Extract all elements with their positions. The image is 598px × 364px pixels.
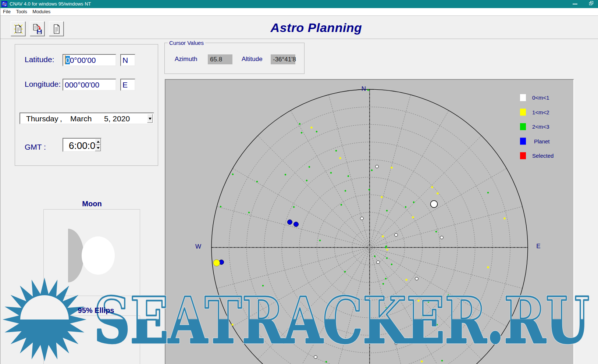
bright-body[interactable] <box>431 201 438 208</box>
new-document-icon <box>14 24 23 34</box>
latitude-input[interactable]: 00°00'00 <box>63 54 116 66</box>
star-faint[interactable] <box>371 169 373 171</box>
menu-file[interactable]: File <box>3 8 11 15</box>
star-medium[interactable] <box>436 192 439 195</box>
star-medium[interactable] <box>381 235 384 238</box>
latitude-hemisphere-input[interactable]: N <box>120 54 135 66</box>
star-faint[interactable] <box>316 131 317 132</box>
minimize-button[interactable] <box>569 0 581 8</box>
menu-tools[interactable]: Tools <box>16 8 27 15</box>
longitude-hemisphere-input[interactable]: E <box>120 79 135 91</box>
star-faint[interactable] <box>299 123 300 125</box>
star-faint[interactable] <box>308 166 310 168</box>
star-faint[interactable] <box>386 257 388 259</box>
date-dropdown-button[interactable] <box>147 114 153 123</box>
star-faint[interactable] <box>441 360 443 361</box>
gmt-spinner[interactable]: 6:00:0 <box>63 138 102 152</box>
star-medium[interactable] <box>420 360 423 363</box>
lower-info-box <box>43 315 140 364</box>
compass-north-label: N <box>362 85 366 92</box>
bright-planet-dot[interactable] <box>213 260 220 266</box>
azimuth-spoke <box>370 95 410 247</box>
star-faint[interactable] <box>276 336 278 338</box>
star-faint[interactable] <box>306 179 307 181</box>
star-faint[interactable] <box>340 204 342 206</box>
star-faint[interactable] <box>325 361 327 363</box>
star-faint[interactable] <box>385 278 387 279</box>
star-medium[interactable] <box>405 278 408 281</box>
page-title: Astro Planning <box>243 21 390 35</box>
star-faint[interactable] <box>293 206 295 208</box>
gmt-spin-down-button[interactable] <box>95 145 101 151</box>
star-faint[interactable] <box>335 150 337 151</box>
star-faint[interactable] <box>347 175 349 177</box>
star-faint[interactable] <box>284 174 286 175</box>
star-faint[interactable] <box>385 307 387 308</box>
planet-dot[interactable] <box>288 220 292 225</box>
star-faint[interactable] <box>262 285 264 286</box>
chevron-down-icon <box>149 118 152 120</box>
star-faint[interactable] <box>368 189 370 190</box>
star-faint[interactable] <box>344 271 346 272</box>
star-faint[interactable] <box>447 294 449 296</box>
date-combobox[interactable]: Thursday , March 5, 2020 <box>19 113 154 124</box>
star-bright[interactable] <box>360 217 364 220</box>
star-bright[interactable] <box>415 277 419 280</box>
star-faint[interactable] <box>232 173 234 175</box>
spin-down-icon <box>97 147 100 149</box>
star-bright[interactable] <box>377 261 380 264</box>
star-faint[interactable] <box>344 190 346 192</box>
report-document-button[interactable] <box>49 21 64 36</box>
save-document-button[interactable] <box>30 21 45 36</box>
planet-dot[interactable] <box>294 222 299 227</box>
legend-swatch <box>520 138 526 145</box>
star-medium[interactable] <box>412 216 414 219</box>
star-faint[interactable] <box>248 211 250 213</box>
star-faint[interactable] <box>386 210 388 211</box>
altitude-value: -36°41'8 <box>271 54 295 64</box>
restore-button[interactable] <box>585 0 597 8</box>
azimuth-spoke <box>370 247 410 364</box>
star-medium[interactable] <box>339 157 342 160</box>
star-faint[interactable] <box>413 201 414 203</box>
star-medium[interactable] <box>390 166 393 169</box>
star-faint[interactable] <box>319 239 321 241</box>
star-faint[interactable] <box>330 172 332 174</box>
sky-chart-panel[interactable]: NWE0<m<11<m<22<m<3PlanetSelected <box>165 79 574 364</box>
star-faint[interactable] <box>454 338 456 339</box>
star-faint[interactable] <box>436 324 438 325</box>
star-faint[interactable] <box>421 315 423 317</box>
star-medium[interactable] <box>386 248 389 251</box>
star-medium[interactable] <box>380 196 383 199</box>
star-medium[interactable] <box>422 295 425 298</box>
star-faint[interactable] <box>382 283 384 285</box>
star-faint[interactable] <box>374 255 375 257</box>
star-medium[interactable] <box>231 323 234 326</box>
new-document-button[interactable] <box>11 21 25 36</box>
star-medium[interactable] <box>503 217 506 220</box>
legend-swatch <box>520 94 526 101</box>
star-faint[interactable] <box>405 206 406 208</box>
legend-label: Selected <box>532 153 553 159</box>
star-bright[interactable] <box>395 342 398 345</box>
gmt-spin-up-button[interactable] <box>95 139 101 145</box>
longitude-input[interactable]: 000°00'00 <box>63 79 116 91</box>
cursor-values-caption: Cursor Values <box>168 40 205 46</box>
menu-modules[interactable]: Modules <box>32 8 50 15</box>
star-medium[interactable] <box>431 186 434 189</box>
moon-caption: Moon <box>55 200 129 208</box>
star-bright[interactable] <box>314 356 317 358</box>
star-faint[interactable] <box>435 231 437 232</box>
star-medium[interactable] <box>417 299 420 302</box>
star-medium[interactable] <box>487 266 490 269</box>
star-bright[interactable] <box>395 233 398 236</box>
star-faint[interactable] <box>487 192 489 193</box>
star-faint[interactable] <box>427 301 429 303</box>
star-bright[interactable] <box>375 165 379 168</box>
azimuth-spoke <box>370 207 522 247</box>
star-faint[interactable] <box>300 132 302 133</box>
star-medium[interactable] <box>310 126 313 129</box>
star-bright[interactable] <box>440 236 444 239</box>
star-faint[interactable] <box>256 181 258 182</box>
star-faint[interactable] <box>391 263 392 265</box>
